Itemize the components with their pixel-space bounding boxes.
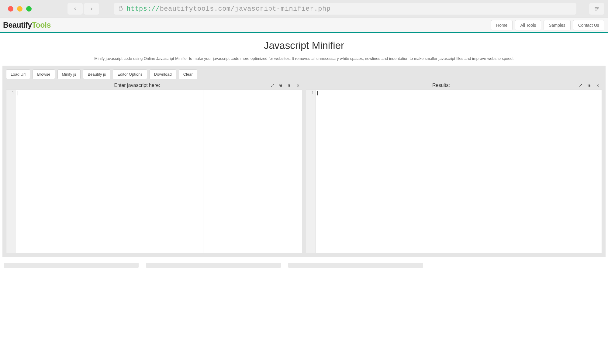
output-clear-button[interactable]: [593, 82, 602, 89]
output-cursor: [317, 91, 318, 95]
output-code-editor[interactable]: 1: [306, 90, 602, 253]
browser-menu-button[interactable]: [589, 3, 604, 15]
svg-rect-15: [589, 85, 590, 87]
input-code-editor[interactable]: 1: [6, 90, 302, 253]
placeholder-box: [146, 263, 281, 268]
sliders-icon: [594, 6, 600, 12]
url-bar[interactable]: https://beautifytools.com/javascript-min…: [114, 3, 576, 15]
output-editor-panel: Results: 1: [306, 82, 602, 253]
lock-icon: [118, 5, 123, 12]
url-protocol: https://: [126, 5, 160, 13]
output-gutter: 1: [306, 90, 316, 253]
close-icon: [596, 84, 599, 87]
url-path: /javascript-minifier.php: [231, 5, 331, 13]
nav-link-home[interactable]: Home: [491, 20, 513, 30]
input-expand-button[interactable]: [268, 82, 277, 89]
output-editor-header: Results:: [306, 82, 602, 90]
load-url-button[interactable]: Load Url: [6, 69, 30, 79]
output-editor-title: Results:: [306, 83, 576, 88]
svg-point-5: [597, 9, 598, 9]
svg-point-4: [596, 7, 596, 8]
logo-part-beautify: Beautify: [3, 21, 32, 29]
page-content: Javascript Minifier Minify javascript co…: [0, 33, 608, 268]
svg-rect-11: [289, 84, 290, 84]
expand-icon: [579, 84, 582, 87]
input-paste-button[interactable]: [285, 82, 294, 89]
output-expand-button[interactable]: [576, 82, 585, 89]
clear-button[interactable]: Clear: [179, 69, 197, 79]
page-description: Minify javascript code using Online Java…: [0, 56, 608, 61]
svg-line-14: [580, 84, 582, 87]
svg-rect-10: [288, 84, 290, 87]
header-nav: Home All Tools Samples Contact Us: [489, 20, 604, 30]
beautify-js-button[interactable]: Beautify js: [83, 69, 110, 79]
chevron-left-icon: [73, 7, 77, 11]
tool-area: Load Url Browse Minify js Beautify js Ed…: [2, 66, 606, 257]
output-copy-button[interactable]: [585, 82, 593, 89]
window-minimize-button[interactable]: [17, 6, 22, 12]
logo-part-tools: Tools: [32, 21, 51, 29]
browse-button[interactable]: Browse: [33, 69, 55, 79]
input-editor-title: Enter javascript here:: [6, 83, 268, 88]
chevron-right-icon: [89, 7, 94, 11]
svg-rect-8: [280, 85, 282, 87]
window-maximize-button[interactable]: [26, 6, 32, 12]
input-gutter: 1: [6, 90, 16, 253]
toolbar-row: Load Url Browse Minify js Beautify js Ed…: [6, 69, 602, 79]
site-header: BeautifyTools Home All Tools Samples Con…: [0, 18, 608, 33]
input-clear-button[interactable]: [294, 82, 302, 89]
editors-row: Enter javascript here:: [6, 82, 602, 253]
output-editor-icons: [576, 82, 602, 89]
download-button[interactable]: Download: [150, 69, 176, 79]
input-cursor: [18, 91, 18, 95]
copy-icon: [587, 84, 591, 87]
input-code-area[interactable]: [16, 90, 302, 253]
placeholder-box: [288, 263, 423, 268]
browser-back-button[interactable]: [67, 3, 83, 15]
close-icon: [296, 84, 300, 87]
svg-point-6: [596, 10, 596, 11]
paste-icon: [288, 84, 291, 87]
browser-nav-buttons: [67, 3, 99, 15]
editor-options-button[interactable]: Editor Options: [113, 69, 147, 79]
url-text: https://beautifytools.com/javascript-min…: [126, 5, 330, 13]
window-close-button[interactable]: [8, 6, 13, 12]
nav-link-contact-us[interactable]: Contact Us: [573, 20, 604, 30]
browser-chrome: https://beautifytools.com/javascript-min…: [0, 0, 608, 18]
svg-line-7: [271, 84, 274, 87]
output-code-area[interactable]: [316, 90, 602, 253]
svg-rect-0: [119, 8, 123, 10]
page-title: Javascript Minifier: [0, 40, 608, 51]
expand-icon: [271, 84, 274, 87]
input-copy-button[interactable]: [277, 82, 285, 89]
input-editor-header: Enter javascript here:: [6, 82, 302, 90]
url-host: beautifytools.com: [160, 5, 231, 13]
copy-icon: [279, 84, 283, 87]
nav-link-all-tools[interactable]: All Tools: [515, 20, 541, 30]
minify-js-button[interactable]: Minify js: [57, 69, 81, 79]
window-controls: [8, 6, 32, 12]
input-editor-icons: [268, 82, 302, 89]
placeholder-box: [4, 263, 139, 268]
bottom-placeholders: [0, 257, 608, 268]
input-line-number: 1: [6, 91, 14, 95]
site-logo[interactable]: BeautifyTools: [3, 21, 51, 29]
input-editor-panel: Enter javascript here:: [6, 82, 302, 253]
browser-forward-button[interactable]: [84, 3, 99, 15]
nav-link-samples[interactable]: Samples: [544, 20, 570, 30]
output-line-number: 1: [306, 91, 314, 95]
